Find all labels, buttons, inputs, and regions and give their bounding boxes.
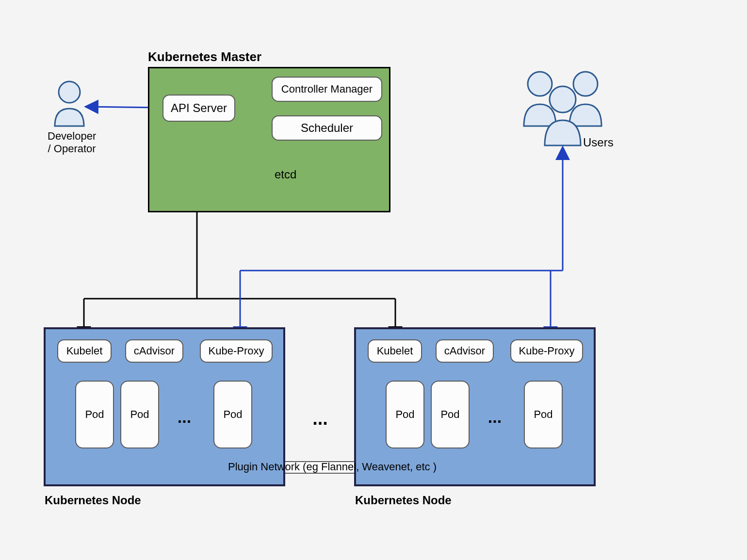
pod-ellipsis-right: ... <box>480 407 509 427</box>
controller-manager-box: Controller Manager <box>272 77 382 102</box>
cadvisor-label-left: cAdvisor <box>134 345 175 357</box>
node-title-right: Kubernetes Node <box>355 494 452 507</box>
pod-label-r1: Pod <box>395 408 414 421</box>
svg-point-3 <box>550 86 576 112</box>
master-title: Kubernetes Master <box>148 49 261 64</box>
kubelet-label-left: Kubelet <box>66 345 103 357</box>
pod-box-l1: Pod <box>75 381 114 448</box>
pod-label-l3: Pod <box>223 408 242 421</box>
developer-label: Developer / Operator <box>48 130 96 155</box>
kubelet-box-right: Kubelet <box>368 339 422 363</box>
diagram-canvas: Kubernetes Master Developer / Operator U… <box>0 0 747 560</box>
controller-manager-label: Controller Manager <box>281 83 373 96</box>
pod-box-r2: Pod <box>431 381 470 448</box>
pod-box-r3: Pod <box>524 381 563 448</box>
cadvisor-box-right: cAdvisor <box>436 339 494 363</box>
svg-point-2 <box>573 72 598 96</box>
pod-label-l2: Pod <box>130 408 149 421</box>
users-label: Users <box>583 136 614 149</box>
cadvisor-box-left: cAdvisor <box>125 339 183 363</box>
pod-box-l3: Pod <box>213 381 252 448</box>
pod-box-l2: Pod <box>120 381 159 448</box>
svg-point-0 <box>59 81 80 103</box>
svg-point-1 <box>528 72 552 96</box>
kubeproxy-label-left: Kube-Proxy <box>209 345 264 357</box>
pod-label-r2: Pod <box>440 408 459 421</box>
scheduler-box: Scheduler <box>272 115 382 141</box>
node-title-left: Kubernetes Node <box>45 494 141 507</box>
scheduler-label: Scheduler <box>301 121 353 135</box>
kubeproxy-label-right: Kube-Proxy <box>519 345 575 357</box>
users-icon <box>524 72 601 145</box>
pod-box-r1: Pod <box>386 381 424 448</box>
pod-label-r3: Pod <box>534 408 552 421</box>
api-server-label: API Server <box>171 101 227 115</box>
nodes-ellipsis: ... <box>303 406 337 431</box>
kubelet-box-left: Kubelet <box>57 339 112 363</box>
pod-label-l1: Pod <box>85 408 104 421</box>
api-server-box: API Server <box>162 95 235 122</box>
cadvisor-label-right: cAdvisor <box>444 345 485 357</box>
pod-ellipsis-left: ... <box>170 407 199 427</box>
kubelet-label-right: Kubelet <box>377 345 413 357</box>
kubeproxy-box-left: Kube-Proxy <box>200 339 273 363</box>
kubeproxy-box-right: Kube-Proxy <box>510 339 583 363</box>
developer-icon <box>55 81 84 126</box>
